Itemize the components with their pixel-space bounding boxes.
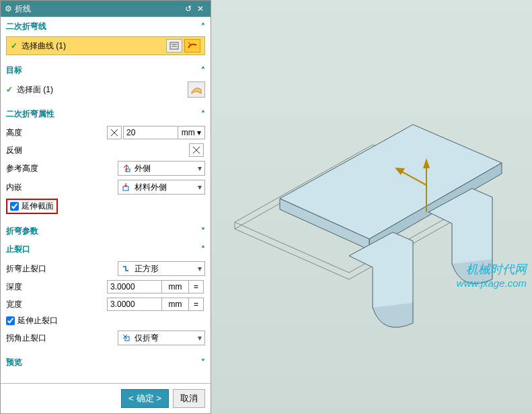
svg-rect-8 (123, 186, 128, 191)
face-pick-icon[interactable] (188, 81, 205, 98)
equals-icon[interactable]: = (189, 280, 204, 294)
ref-height-icon (121, 164, 132, 173)
height-label: 高度 (6, 127, 107, 139)
corner-relief-icon (121, 333, 132, 343)
highlight-box: 延伸截面 (6, 199, 58, 214)
chevron-down-icon: ˅ (201, 358, 205, 368)
chevron-down-icon: ▾ (198, 333, 202, 343)
ref-height-label: 参考高度 (6, 163, 118, 174)
width-input[interactable] (107, 298, 162, 311)
chevron-up-icon: ˄ (201, 22, 205, 32)
section-bend-line[interactable]: 二次折弯线 ˄ (1, 17, 211, 35)
curve-pick-icon[interactable] (184, 39, 200, 53)
section-preview[interactable]: 预览 ˅ (1, 353, 211, 371)
check-icon: ✓ (11, 41, 17, 50)
chevron-up-icon: ˄ (201, 245, 205, 254)
extend-relief-checkbox[interactable]: 延伸止裂口 (6, 315, 58, 326)
bend-relief-label: 折弯止裂口 (6, 263, 118, 275)
bend-relief-dropdown[interactable]: 正方形 ▾ (118, 261, 205, 276)
unit-dropdown[interactable]: mm (162, 280, 189, 294)
unit-dropdown[interactable]: mm (162, 298, 189, 311)
gear-icon: ⚙ (5, 4, 12, 13)
chevron-down-icon: ▾ (198, 182, 202, 192)
close-icon[interactable]: ✕ (194, 3, 206, 15)
flip-label: 反侧 (6, 145, 189, 156)
flip-icon[interactable] (189, 143, 204, 157)
measure-icon[interactable] (107, 126, 122, 139)
chevron-up-icon: ˄ (201, 110, 205, 119)
title-text: 折线 (15, 3, 182, 15)
chevron-up-icon: ˄ (201, 66, 205, 75)
corner-relief-dropdown[interactable]: 仅折弯 ▾ (118, 331, 205, 345)
section-bend-props[interactable]: 二次折弯属性 ˄ (1, 104, 211, 123)
section-relief[interactable]: 止裂口 ˄ (1, 240, 211, 258)
svg-rect-0 (170, 42, 178, 49)
inset-icon (121, 182, 132, 192)
section-target[interactable]: 目标 ˄ (1, 61, 211, 79)
section-bend-params[interactable]: 折弯参数 ˅ (1, 221, 211, 240)
property-panel: ⚙ 折线 ↺ ✕ 二次折弯线 ˄ ✓ 选择曲线 (1) 目标 ˄ ✓ 选择面 (… (0, 0, 211, 414)
ok-button[interactable]: < 确定 > (121, 389, 169, 408)
height-input[interactable] (123, 126, 178, 139)
inset-label: 内嵌 (6, 182, 118, 193)
chevron-down-icon: ˅ (201, 227, 205, 236)
check-icon: ✓ (6, 85, 13, 94)
inset-dropdown[interactable]: 材料外侧 ▾ (118, 180, 205, 195)
extend-section-checkbox[interactable]: 延伸截面 (10, 201, 54, 212)
chevron-down-icon: ▾ (198, 164, 202, 173)
depth-input[interactable] (107, 280, 162, 294)
width-label: 宽度 (6, 299, 107, 310)
watermark: 机械时代网 www.jxage.com (457, 263, 527, 289)
model-3d (211, 0, 532, 414)
reset-icon[interactable]: ↺ (182, 3, 194, 15)
chevron-down-icon: ▾ (198, 264, 202, 273)
titlebar: ⚙ 折线 ↺ ✕ (1, 1, 211, 17)
unit-dropdown[interactable]: mm ▾ (178, 126, 205, 139)
relief-icon (121, 264, 132, 273)
footer: < 确定 > 取消 (1, 383, 211, 413)
cancel-button[interactable]: 取消 (173, 389, 205, 408)
depth-label: 深度 (6, 281, 107, 293)
select-curve-row[interactable]: ✓ 选择曲线 (1) (6, 36, 205, 55)
equals-icon[interactable]: = (189, 298, 204, 311)
viewport-3d[interactable]: 机械时代网 www.jxage.com (211, 0, 532, 414)
corner-relief-label: 拐角止裂口 (6, 333, 118, 344)
ref-height-dropdown[interactable]: 外侧 ▾ (118, 161, 205, 176)
list-icon[interactable] (166, 39, 182, 53)
select-face-row[interactable]: ✓ 选择面 (1) (6, 80, 205, 99)
